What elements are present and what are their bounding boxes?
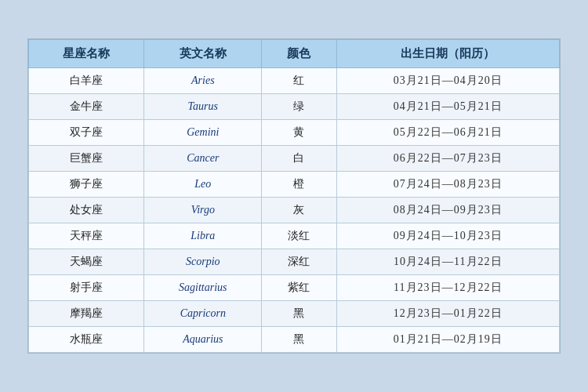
cell-english: Virgo xyxy=(144,198,262,223)
cell-color: 黑 xyxy=(262,327,336,353)
cell-dates: 01月21日—02月19日 xyxy=(336,327,559,353)
table-row: 狮子座Leo橙07月24日—08月23日 xyxy=(29,172,560,198)
table-row: 射手座Sagittarius紫红11月23日—12月22日 xyxy=(29,275,560,301)
cell-color: 绿 xyxy=(262,94,336,120)
cell-color: 白 xyxy=(262,146,336,172)
cell-color: 黄 xyxy=(262,120,336,146)
col-header-chinese: 星座名称 xyxy=(29,40,144,68)
table-row: 摩羯座Capricorn黑12月23日—01月22日 xyxy=(29,301,560,327)
cell-chinese: 双子座 xyxy=(29,120,144,146)
cell-dates: 08月24日—09月23日 xyxy=(336,198,559,223)
cell-chinese: 射手座 xyxy=(29,275,144,301)
cell-chinese: 巨蟹座 xyxy=(29,146,144,172)
cell-english: Capricorn xyxy=(144,301,262,327)
cell-chinese: 处女座 xyxy=(29,198,144,223)
cell-color: 深红 xyxy=(262,249,336,275)
zodiac-table: 星座名称 英文名称 颜色 出生日期（阳历） 白羊座Aries红03月21日—04… xyxy=(28,39,560,353)
cell-chinese: 水瓶座 xyxy=(29,327,144,353)
zodiac-table-container: 星座名称 英文名称 颜色 出生日期（阳历） 白羊座Aries红03月21日—04… xyxy=(27,38,561,354)
cell-color: 橙 xyxy=(262,172,336,198)
cell-dates: 12月23日—01月22日 xyxy=(336,301,559,327)
cell-english: Taurus xyxy=(144,94,262,120)
cell-dates: 09月24日—10月23日 xyxy=(336,223,559,249)
cell-english: Gemini xyxy=(144,120,262,146)
cell-chinese: 金牛座 xyxy=(29,94,144,120)
table-row: 天秤座Libra淡红09月24日—10月23日 xyxy=(29,223,560,249)
table-row: 处女座Virgo灰08月24日—09月23日 xyxy=(29,198,560,223)
cell-chinese: 白羊座 xyxy=(29,68,144,94)
cell-color: 红 xyxy=(262,68,336,94)
table-row: 白羊座Aries红03月21日—04月20日 xyxy=(29,68,560,94)
cell-chinese: 摩羯座 xyxy=(29,301,144,327)
cell-dates: 05月22日—06月21日 xyxy=(336,120,559,146)
col-header-dates: 出生日期（阳历） xyxy=(336,40,559,68)
table-row: 双子座Gemini黄05月22日—06月21日 xyxy=(29,120,560,146)
table-row: 水瓶座Aquarius黑01月21日—02月19日 xyxy=(29,327,560,353)
cell-english: Cancer xyxy=(144,146,262,172)
cell-english: Libra xyxy=(144,223,262,249)
table-row: 金牛座Taurus绿04月21日—05月21日 xyxy=(29,94,560,120)
cell-color: 淡红 xyxy=(262,223,336,249)
col-header-color: 颜色 xyxy=(262,40,336,68)
cell-dates: 06月22日—07月23日 xyxy=(336,146,559,172)
cell-chinese: 狮子座 xyxy=(29,172,144,198)
cell-chinese: 天蝎座 xyxy=(29,249,144,275)
cell-dates: 10月24日—11月22日 xyxy=(336,249,559,275)
col-header-english: 英文名称 xyxy=(144,40,262,68)
cell-english: Sagittarius xyxy=(144,275,262,301)
cell-english: Aquarius xyxy=(144,327,262,353)
cell-chinese: 天秤座 xyxy=(29,223,144,249)
table-row: 天蝎座Scorpio深红10月24日—11月22日 xyxy=(29,249,560,275)
cell-english: Leo xyxy=(144,172,262,198)
cell-english: Aries xyxy=(144,68,262,94)
cell-dates: 11月23日—12月22日 xyxy=(336,275,559,301)
cell-color: 灰 xyxy=(262,198,336,223)
table-header-row: 星座名称 英文名称 颜色 出生日期（阳历） xyxy=(29,40,560,68)
cell-dates: 03月21日—04月20日 xyxy=(336,68,559,94)
cell-dates: 07月24日—08月23日 xyxy=(336,172,559,198)
table-body: 白羊座Aries红03月21日—04月20日金牛座Taurus绿04月21日—0… xyxy=(29,68,560,353)
table-row: 巨蟹座Cancer白06月22日—07月23日 xyxy=(29,146,560,172)
cell-dates: 04月21日—05月21日 xyxy=(336,94,559,120)
cell-english: Scorpio xyxy=(144,249,262,275)
cell-color: 紫红 xyxy=(262,275,336,301)
cell-color: 黑 xyxy=(262,301,336,327)
